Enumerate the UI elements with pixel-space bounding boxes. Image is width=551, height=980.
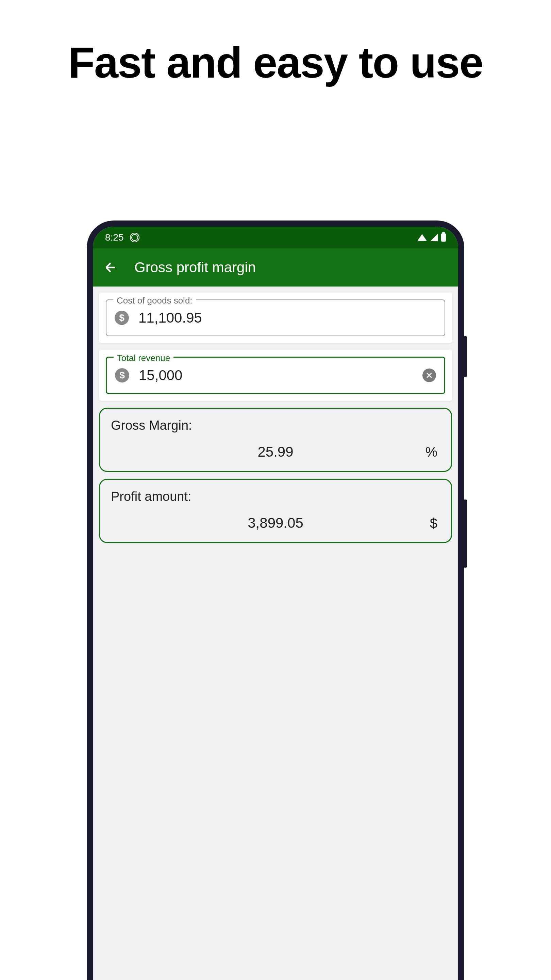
gross-margin-unit: % — [425, 444, 437, 460]
revenue-input[interactable] — [139, 367, 413, 383]
cost-input[interactable] — [138, 310, 437, 326]
dollar-icon: $ — [114, 311, 129, 325]
profit-amount-value-row: 3,899.05 $ — [111, 515, 440, 531]
profit-amount-label: Profit amount: — [111, 489, 440, 504]
app-bar: Gross profit margin — [93, 248, 458, 286]
dollar-icon: $ — [115, 368, 129, 382]
profit-amount-result: Profit amount: 3,899.05 $ — [99, 479, 452, 543]
phone-side-button-2 — [464, 500, 467, 568]
clear-button[interactable] — [422, 369, 436, 382]
arrow-left-icon — [103, 260, 118, 275]
status-bar: 8:25 — [93, 227, 458, 248]
phone-side-button — [464, 336, 467, 377]
status-bar-left: 8:25 — [105, 232, 140, 243]
status-bar-right — [417, 234, 446, 242]
marketing-headline: Fast and easy to use — [0, 0, 551, 88]
content-area: Cost of goods sold: $ Total revenue $ — [93, 286, 458, 556]
signal-icon — [430, 234, 438, 241]
cost-input-card: Cost of goods sold: $ — [99, 293, 452, 343]
phone-frame: 8:25 Gross profit margin Cost of goods — [87, 221, 464, 980]
do-not-disturb-icon — [130, 233, 140, 242]
cost-input-wrapper[interactable]: Cost of goods sold: $ — [106, 299, 445, 336]
page-title: Gross profit margin — [134, 259, 256, 275]
wifi-icon — [417, 234, 427, 241]
back-button[interactable] — [103, 260, 118, 275]
revenue-label: Total revenue — [114, 353, 173, 363]
close-icon — [426, 372, 433, 379]
status-time: 8:25 — [105, 232, 124, 243]
gross-margin-value: 25.99 — [257, 444, 293, 460]
gross-margin-value-row: 25.99 % — [111, 444, 440, 460]
gross-margin-label: Gross Margin: — [111, 418, 440, 433]
profit-amount-value: 3,899.05 — [248, 515, 303, 531]
profit-amount-unit: $ — [430, 515, 437, 531]
revenue-input-card: Total revenue $ — [99, 350, 452, 401]
cost-label: Cost of goods sold: — [113, 295, 196, 306]
revenue-input-wrapper[interactable]: Total revenue $ — [106, 356, 445, 394]
phone-screen: 8:25 Gross profit margin Cost of goods — [93, 227, 458, 980]
battery-icon — [441, 234, 446, 242]
gross-margin-result: Gross Margin: 25.99 % — [99, 408, 452, 472]
